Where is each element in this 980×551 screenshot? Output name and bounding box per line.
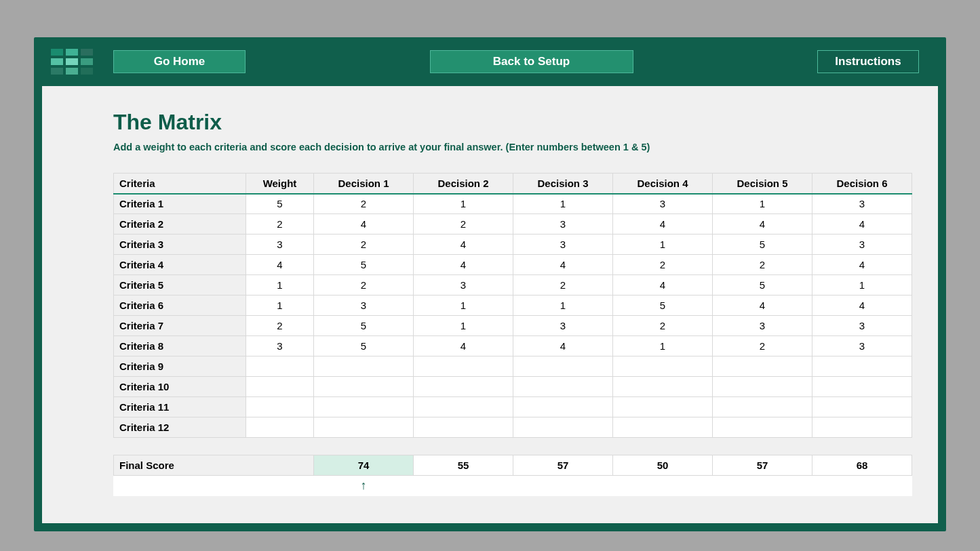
weight-cell[interactable] [246, 356, 314, 377]
score-cell[interactable]: 2 [314, 234, 414, 255]
score-cell[interactable]: 4 [414, 255, 513, 275]
score-cell[interactable]: 5 [613, 295, 713, 316]
instructions-button[interactable]: Instructions [817, 50, 919, 73]
score-cell[interactable] [812, 417, 912, 438]
score-cell[interactable]: 3 [513, 316, 613, 336]
score-cell[interactable] [414, 356, 513, 377]
weight-cell[interactable]: 4 [246, 255, 314, 275]
score-cell[interactable]: 5 [713, 275, 812, 295]
back-to-setup-button[interactable]: Back to Setup [430, 50, 633, 73]
score-cell[interactable]: 1 [613, 336, 713, 356]
score-cell[interactable] [812, 397, 912, 417]
criteria-name-cell[interactable]: Criteria 9 [114, 356, 246, 377]
criteria-name-cell[interactable]: Criteria 11 [114, 397, 246, 417]
score-cell[interactable] [812, 356, 912, 377]
score-cell[interactable] [613, 356, 713, 377]
criteria-name-cell[interactable]: Criteria 10 [114, 377, 246, 397]
score-cell[interactable]: 2 [314, 275, 414, 295]
criteria-name-cell[interactable]: Criteria 5 [114, 275, 246, 295]
score-cell[interactable]: 4 [513, 255, 613, 275]
score-cell[interactable]: 3 [812, 316, 912, 336]
score-cell[interactable] [513, 356, 613, 377]
score-cell[interactable]: 4 [613, 275, 713, 295]
score-cell[interactable] [713, 356, 812, 377]
score-cell[interactable]: 4 [713, 295, 812, 316]
score-cell[interactable]: 2 [613, 255, 713, 275]
criteria-name-cell[interactable]: Criteria 4 [114, 255, 246, 275]
score-cell[interactable]: 4 [414, 336, 513, 356]
weight-cell[interactable]: 3 [246, 336, 314, 356]
score-cell[interactable]: 3 [414, 275, 513, 295]
weight-cell[interactable]: 1 [246, 275, 314, 295]
score-cell[interactable] [613, 397, 713, 417]
weight-cell[interactable]: 1 [246, 295, 314, 316]
score-cell[interactable]: 4 [314, 214, 414, 234]
criteria-name-cell[interactable]: Criteria 8 [114, 336, 246, 356]
weight-cell[interactable] [246, 377, 314, 397]
weight-cell[interactable] [246, 397, 314, 417]
score-cell[interactable]: 3 [812, 336, 912, 356]
score-cell[interactable]: 1 [513, 194, 613, 214]
score-cell[interactable] [713, 397, 812, 417]
criteria-name-cell[interactable]: Criteria 1 [114, 194, 246, 214]
score-cell[interactable]: 4 [713, 214, 812, 234]
criteria-name-cell[interactable]: Criteria 7 [114, 316, 246, 336]
score-cell[interactable]: 1 [414, 194, 513, 214]
score-cell[interactable]: 4 [613, 214, 713, 234]
criteria-name-cell[interactable]: Criteria 3 [114, 234, 246, 255]
score-cell[interactable] [314, 377, 414, 397]
score-cell[interactable] [314, 397, 414, 417]
score-cell[interactable]: 1 [513, 295, 613, 316]
score-cell[interactable] [513, 377, 613, 397]
score-cell[interactable]: 5 [713, 234, 812, 255]
weight-cell[interactable]: 5 [246, 194, 314, 214]
score-cell[interactable]: 1 [713, 194, 812, 214]
score-cell[interactable]: 1 [613, 234, 713, 255]
weight-cell[interactable]: 2 [246, 214, 314, 234]
score-cell[interactable] [414, 417, 513, 438]
score-cell[interactable]: 3 [812, 194, 912, 214]
score-cell[interactable] [314, 417, 414, 438]
score-cell[interactable]: 3 [513, 234, 613, 255]
score-cell[interactable]: 2 [414, 214, 513, 234]
score-cell[interactable] [812, 377, 912, 397]
go-home-button[interactable]: Go Home [113, 50, 246, 73]
score-cell[interactable]: 4 [812, 255, 912, 275]
score-cell[interactable] [713, 417, 812, 438]
score-cell[interactable] [414, 397, 513, 417]
criteria-name-cell[interactable]: Criteria 6 [114, 295, 246, 316]
score-cell[interactable] [414, 377, 513, 397]
score-cell[interactable]: 1 [812, 275, 912, 295]
score-cell[interactable]: 4 [513, 336, 613, 356]
score-cell[interactable] [314, 356, 414, 377]
score-cell[interactable]: 3 [513, 214, 613, 234]
score-cell[interactable]: 2 [314, 194, 414, 214]
score-cell[interactable]: 4 [812, 295, 912, 316]
score-cell[interactable]: 5 [314, 316, 414, 336]
score-cell[interactable]: 5 [314, 255, 414, 275]
score-cell[interactable]: 4 [812, 214, 912, 234]
table-row: Criteria 61311544 [114, 295, 912, 316]
weight-cell[interactable] [246, 417, 314, 438]
score-cell[interactable]: 2 [513, 275, 613, 295]
score-cell[interactable]: 3 [613, 194, 713, 214]
score-cell[interactable] [513, 417, 613, 438]
criteria-name-cell[interactable]: Criteria 2 [114, 214, 246, 234]
score-cell[interactable] [713, 377, 812, 397]
weight-cell[interactable]: 3 [246, 234, 314, 255]
score-cell[interactable]: 1 [414, 295, 513, 316]
score-cell[interactable]: 3 [314, 295, 414, 316]
score-cell[interactable]: 3 [812, 234, 912, 255]
score-cell[interactable]: 2 [713, 336, 812, 356]
score-cell[interactable]: 3 [713, 316, 812, 336]
score-cell[interactable]: 4 [414, 234, 513, 255]
score-cell[interactable]: 1 [414, 316, 513, 336]
score-cell[interactable]: 5 [314, 336, 414, 356]
criteria-name-cell[interactable]: Criteria 12 [114, 417, 246, 438]
weight-cell[interactable]: 2 [246, 316, 314, 336]
score-cell[interactable]: 2 [613, 316, 713, 336]
score-cell[interactable]: 2 [713, 255, 812, 275]
score-cell[interactable] [513, 397, 613, 417]
score-cell[interactable] [613, 377, 713, 397]
score-cell[interactable] [613, 417, 713, 438]
